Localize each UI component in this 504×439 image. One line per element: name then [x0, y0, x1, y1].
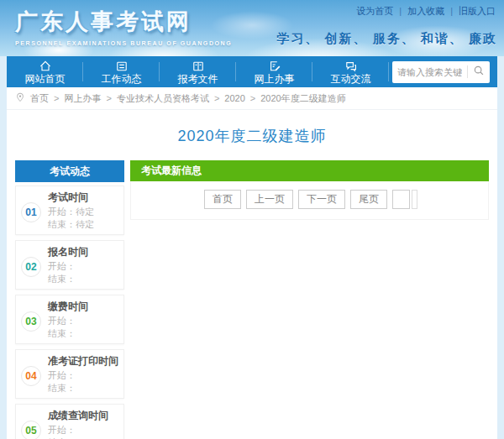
old-version-link[interactable]: 旧版入口	[459, 6, 496, 16]
latest-exam-info-panel: 考试最新信息 首页 上一页 下一页 尾页	[130, 160, 489, 220]
step-number-badge: 01	[21, 202, 41, 222]
schedule-start-line: 开始：	[48, 260, 120, 273]
breadcrumb-home[interactable]: 首页	[30, 92, 49, 105]
schedule-end-line: 结束：	[48, 382, 120, 395]
site-logo-title: 广东人事考试网	[15, 7, 232, 37]
breadcrumb: 首页 > 网上办事 > 专业技术人员资格考试 > 2020 > 2020年度二级…	[7, 87, 497, 110]
nav-item-documents[interactable]: 报考文件	[160, 56, 236, 87]
main-navigation: 网站首页 工作动态 报考文件 网上办事 互动交流	[7, 56, 497, 87]
nav-item-label: 报考文件	[178, 74, 218, 85]
nav-item-online-services[interactable]: 网上办事	[236, 56, 312, 87]
news-icon	[115, 60, 129, 73]
pagination-page-input[interactable]	[392, 190, 410, 209]
breadcrumb-current-page: 2020年度二级建造师	[260, 92, 345, 105]
breadcrumb-separator: >	[214, 93, 219, 103]
link-separator: |	[399, 6, 402, 16]
chat-icon	[344, 60, 358, 73]
step-number-badge: 02	[21, 257, 41, 277]
page-content: 首页 > 网上办事 > 专业技术人员资格考试 > 2020 > 2020年度二级…	[7, 87, 497, 439]
pagination-first-button[interactable]: 首页	[204, 190, 241, 209]
schedule-item-payment-time: 03 缴费时间 开始： 结束：	[15, 295, 124, 344]
site-logo: 广东人事考试网 PERSONNEL EXAMINATIONS BUREAU OF…	[15, 7, 232, 46]
top-utility-links: 设为首页|加入收藏|旧版入口	[356, 5, 496, 18]
page-title: 2020年度二级建造师	[7, 110, 497, 160]
breadcrumb-professional-exams[interactable]: 专业技术人员资格考试	[117, 92, 209, 105]
schedule-item-title: 报名时间	[48, 246, 120, 259]
nav-item-news[interactable]: 工作动态	[83, 56, 160, 87]
nav-item-home[interactable]: 网站首页	[7, 56, 83, 87]
schedule-end-line: 结束：待定	[48, 218, 120, 231]
schedule-start-line: 开始：	[48, 315, 120, 327]
link-separator: |	[450, 6, 453, 16]
search-box	[392, 61, 490, 83]
panel-header: 考试最新信息	[130, 160, 489, 181]
nav-item-label: 网站首页	[25, 74, 66, 85]
step-number-badge: 04	[21, 366, 41, 386]
search-input[interactable]	[392, 67, 467, 77]
online-service-icon	[268, 60, 281, 73]
schedule-start-line: 开始：	[48, 424, 120, 436]
schedule-start-line: 开始：待定	[48, 206, 120, 218]
pagination-go-button[interactable]	[412, 190, 417, 209]
site-slogan: 学习、 创新、 服务、 和谐、 廉政	[276, 31, 497, 47]
schedule-end-line: 结束：	[48, 273, 120, 285]
step-number-badge: 03	[21, 311, 41, 332]
nav-item-interaction[interactable]: 互动交流	[312, 56, 389, 87]
site-header: 广东人事考试网 PERSONNEL EXAMINATIONS BUREAU OF…	[0, 0, 504, 56]
step-number-badge: 05	[21, 421, 41, 439]
schedule-item-score-query-time: 05 成绩查询时间 开始： 结束：	[15, 404, 124, 439]
schedule-end-line: 结束：	[48, 327, 120, 340]
schedule-item-title: 成绩查询时间	[48, 410, 120, 422]
schedule-item-admission-ticket-time: 04 准考证打印时间 开始： 结束：	[15, 349, 124, 399]
breadcrumb-separator: >	[250, 93, 255, 103]
schedule-start-line: 开始：	[48, 369, 120, 382]
site-logo-subtitle: PERSONNEL EXAMINATIONS BUREAU OF GUANGDO…	[15, 40, 232, 46]
breadcrumb-online-services[interactable]: 网上办事	[64, 92, 101, 105]
add-favorite-link[interactable]: 加入收藏	[407, 6, 444, 16]
breadcrumb-separator: >	[106, 93, 111, 103]
nav-item-label: 工作动态	[102, 74, 142, 85]
schedule-item-title: 准考证打印时间	[48, 355, 120, 368]
schedule-item-title: 缴费时间	[48, 301, 120, 313]
nav-item-label: 互动交流	[331, 74, 371, 85]
document-icon	[192, 60, 205, 73]
content-columns: 考试动态 01 考试时间 开始：待定 结束：待定 02 报名时间 开始： 结束：…	[7, 160, 497, 439]
home-icon	[39, 60, 52, 73]
schedule-item-registration-time: 02 报名时间 开始： 结束：	[15, 240, 124, 290]
sidebar-header: 考试动态	[15, 160, 124, 182]
search-button[interactable]	[468, 61, 490, 83]
pagination-prev-button[interactable]: 上一页	[246, 190, 293, 209]
schedule-item-exam-time: 01 考试时间 开始：待定 结束：待定	[15, 186, 124, 235]
schedule-item-title: 考试时间	[48, 191, 120, 204]
pagination-next-button[interactable]: 下一页	[298, 190, 345, 209]
breadcrumb-2020[interactable]: 2020	[224, 93, 244, 103]
breadcrumb-separator: >	[54, 93, 59, 103]
pagination: 首页 上一页 下一页 尾页	[202, 190, 417, 209]
search-icon	[473, 65, 485, 80]
set-homepage-link[interactable]: 设为首页	[356, 6, 393, 16]
nav-item-label: 网上办事	[255, 74, 295, 85]
pagination-last-button[interactable]: 尾页	[350, 190, 387, 209]
location-pin-icon	[15, 92, 30, 104]
exam-schedule-sidebar: 考试动态 01 考试时间 开始：待定 结束：待定 02 报名时间 开始： 结束：…	[15, 160, 124, 439]
panel-body: 首页 上一页 下一页 尾页	[130, 181, 489, 220]
